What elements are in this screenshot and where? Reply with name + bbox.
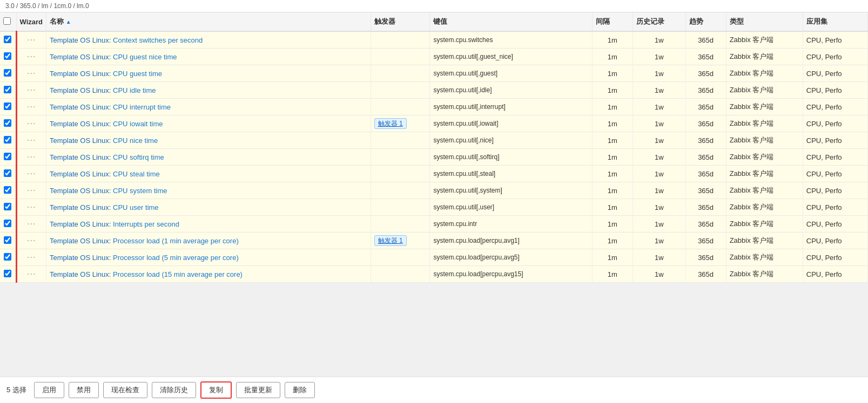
row-checkbox[interactable] xyxy=(4,153,11,160)
table-row: ···Template OS Linux: CPU guest nice tim… xyxy=(0,49,868,65)
row-trend: 365d xyxy=(685,249,726,266)
row-checkbox[interactable] xyxy=(4,220,11,227)
row-checkbox[interactable] xyxy=(4,69,11,77)
name-prefix: Template OS Linux: xyxy=(50,237,113,245)
row-trend: 365d xyxy=(685,182,726,199)
row-trend: 365d xyxy=(685,149,726,166)
row-menu-dots[interactable]: ··· xyxy=(16,199,46,216)
row-app: CPU, Perfo xyxy=(803,266,867,283)
row-key: system.cpu.util[,guest] xyxy=(430,65,592,82)
row-menu-dots[interactable]: ··· xyxy=(16,31,46,49)
row-history: 1w xyxy=(633,65,685,82)
name-link[interactable]: Processor load (1 min average per core) xyxy=(113,237,239,245)
name-link[interactable]: Processor load (5 min average per core) xyxy=(113,254,239,262)
row-trend: 365d xyxy=(685,132,726,149)
row-checkbox[interactable] xyxy=(4,236,11,244)
row-menu-dots[interactable]: ··· xyxy=(16,266,46,283)
row-app: CPU, Perfo xyxy=(803,249,867,266)
table-row: ···Template OS Linux: CPU steal timesyst… xyxy=(0,166,868,182)
sort-arrow-name: ▲ xyxy=(66,19,71,25)
row-key: system.cpu.util[,steal] xyxy=(430,166,592,182)
row-checkbox[interactable] xyxy=(4,169,11,177)
name-link[interactable]: Processor load (15 min average per core) xyxy=(113,270,243,278)
row-menu-dots[interactable]: ··· xyxy=(16,233,46,249)
row-trend: 365d xyxy=(685,199,726,216)
name-link[interactable]: CPU idle time xyxy=(113,86,156,94)
row-menu-dots[interactable]: ··· xyxy=(16,99,46,115)
row-trend: 365d xyxy=(685,166,726,182)
name-link[interactable]: CPU system time xyxy=(113,187,167,195)
row-interval: 1m xyxy=(592,82,633,99)
row-checkbox[interactable] xyxy=(4,203,11,210)
row-type: Zabbix 客户端 xyxy=(726,266,803,283)
name-link[interactable]: CPU nice time xyxy=(113,136,158,145)
row-checkbox[interactable] xyxy=(4,136,11,144)
row-checkbox[interactable] xyxy=(4,186,11,194)
row-menu-dots[interactable]: ··· xyxy=(16,132,46,149)
col-trend: 趋势 xyxy=(685,12,726,31)
row-trend: 365d xyxy=(685,49,726,65)
row-trigger xyxy=(371,82,430,99)
row-menu-dots[interactable]: ··· xyxy=(16,182,46,199)
row-key: system.cpu.util[,user] xyxy=(430,199,592,216)
trigger-badge[interactable]: 触发器 1 xyxy=(374,118,407,129)
row-checkbox[interactable] xyxy=(4,253,11,261)
row-checkbox[interactable] xyxy=(4,119,11,127)
row-menu-dots[interactable]: ··· xyxy=(16,115,46,132)
row-menu-dots[interactable]: ··· xyxy=(16,149,46,166)
name-link[interactable]: CPU interrupt time xyxy=(113,103,171,111)
row-app: CPU, Perfo xyxy=(803,149,867,166)
row-checkbox[interactable] xyxy=(4,103,11,110)
name-link[interactable]: CPU iowait time xyxy=(113,120,163,128)
name-prefix: Template OS Linux: xyxy=(50,187,113,195)
row-trigger xyxy=(371,149,430,166)
name-link[interactable]: CPU softirq time xyxy=(113,153,164,161)
row-name: Template OS Linux: CPU interrupt time xyxy=(46,99,371,115)
name-prefix: Template OS Linux: xyxy=(50,170,113,178)
row-app: CPU, Perfo xyxy=(803,31,867,49)
row-trend: 365d xyxy=(685,31,726,49)
trigger-badge[interactable]: 触发器 1 xyxy=(374,235,407,246)
row-key: system.cpu.intr xyxy=(430,216,592,233)
row-type: Zabbix 客户端 xyxy=(726,82,803,99)
row-interval: 1m xyxy=(592,31,633,49)
row-trigger xyxy=(371,266,430,283)
row-name: Template OS Linux: CPU steal time xyxy=(46,166,371,182)
row-checkbox[interactable] xyxy=(4,270,11,277)
select-all-checkbox[interactable] xyxy=(3,17,11,25)
row-checkbox[interactable] xyxy=(4,52,11,60)
name-link[interactable]: CPU steal time xyxy=(113,170,160,178)
table-row: ···Template OS Linux: CPU user timesyste… xyxy=(0,199,868,216)
table-row: ···Template OS Linux: CPU iowait time触发器… xyxy=(0,115,868,132)
name-link[interactable]: Context switches per second xyxy=(113,36,203,44)
table-row: ···Template OS Linux: Processor load (5 … xyxy=(0,249,868,266)
row-type: Zabbix 客户端 xyxy=(726,249,803,266)
row-menu-dots[interactable]: ··· xyxy=(16,216,46,233)
row-menu-dots[interactable]: ··· xyxy=(16,65,46,82)
row-checkbox[interactable] xyxy=(4,86,11,93)
name-link[interactable]: Interrupts per second xyxy=(113,220,179,228)
row-menu-dots[interactable]: ··· xyxy=(16,249,46,266)
row-menu-dots[interactable]: ··· xyxy=(16,49,46,65)
table-row: ···Template OS Linux: CPU system timesys… xyxy=(0,182,868,199)
name-link[interactable]: CPU guest time xyxy=(113,70,162,78)
row-checkbox[interactable] xyxy=(4,36,11,43)
row-menu-dots[interactable]: ··· xyxy=(16,82,46,99)
table-row: ···Template OS Linux: Processor load (1 … xyxy=(0,233,868,249)
name-link[interactable]: CPU guest nice time xyxy=(113,53,177,61)
row-trigger: 触发器 1 xyxy=(371,115,430,132)
row-interval: 1m xyxy=(592,216,633,233)
row-key: system.cpu.util[,softirq] xyxy=(430,149,592,166)
row-app: CPU, Perfo xyxy=(803,49,867,65)
row-name: Template OS Linux: CPU idle time xyxy=(46,82,371,99)
row-history: 1w xyxy=(633,99,685,115)
row-key: system.cpu.load[percpu,avg1] xyxy=(430,233,592,249)
row-menu-dots[interactable]: ··· xyxy=(16,166,46,182)
row-interval: 1m xyxy=(592,132,633,149)
name-link[interactable]: CPU user time xyxy=(113,203,159,211)
row-name: Template OS Linux: Processor load (5 min… xyxy=(46,249,371,266)
row-trigger xyxy=(371,99,430,115)
row-app: CPU, Perfo xyxy=(803,166,867,182)
row-interval: 1m xyxy=(592,249,633,266)
table-row: ···Template OS Linux: Processor load (15… xyxy=(0,266,868,283)
